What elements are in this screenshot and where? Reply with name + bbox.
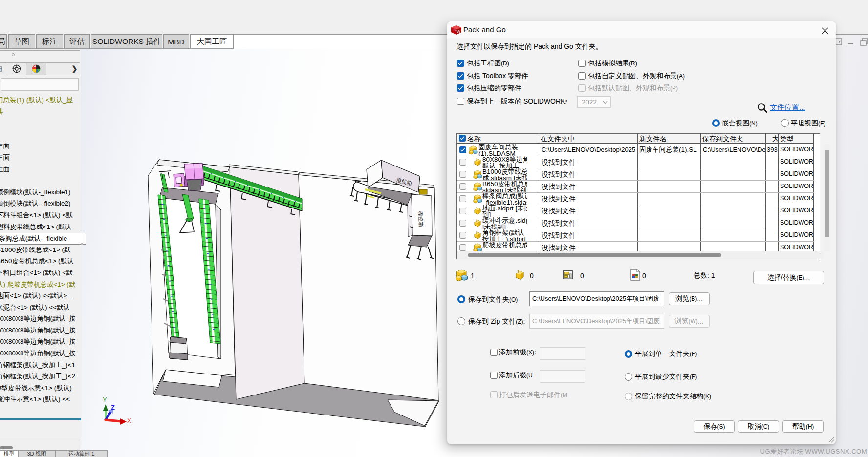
svg-text:程控箱: 程控箱 bbox=[417, 210, 424, 227]
svg-text:W: W bbox=[457, 29, 461, 34]
svg-text:S: S bbox=[454, 28, 456, 32]
svg-text:Y: Y bbox=[103, 396, 107, 403]
svg-text:X: X bbox=[127, 417, 131, 424]
svg-text:Z: Z bbox=[111, 404, 115, 411]
